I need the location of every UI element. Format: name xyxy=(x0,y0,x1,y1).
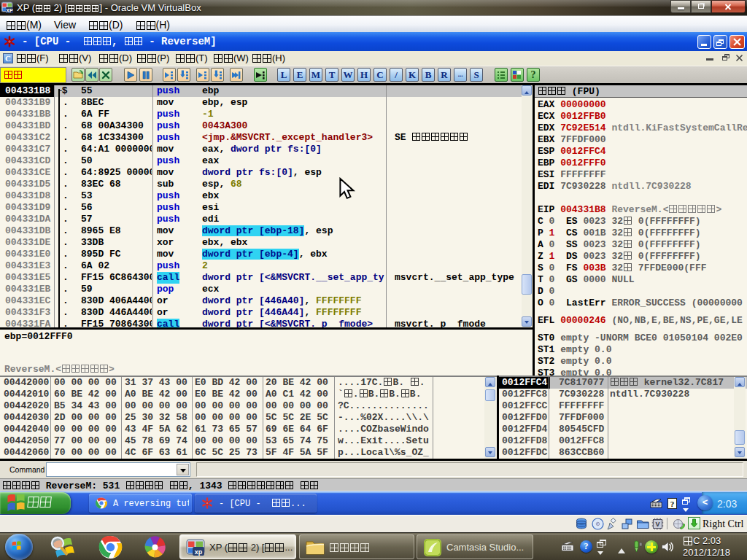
svg-text:V: V xyxy=(655,521,659,528)
svg-text:XP: XP xyxy=(6,8,13,13)
svg-text:xp: xp xyxy=(195,548,203,556)
